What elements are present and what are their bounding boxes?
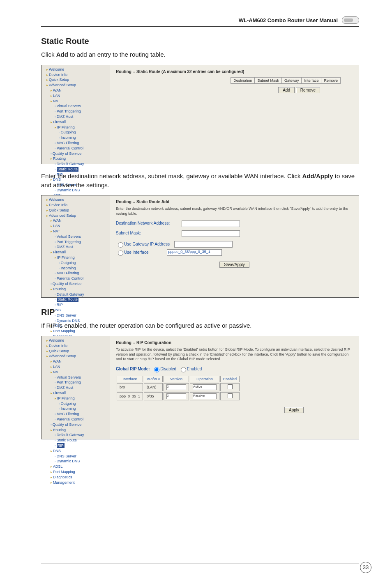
gateway-input[interactable] bbox=[174, 241, 233, 248]
version-select[interactable]: 2 bbox=[166, 393, 186, 399]
dest-input[interactable] bbox=[182, 220, 240, 227]
radio-interface-label: Use Interface bbox=[124, 250, 148, 254]
footer-rule bbox=[41, 563, 359, 563]
para-rip-intro: If RIP is enabled, the router operation … bbox=[41, 321, 359, 330]
pane-desc: To activate RIP for the device, select t… bbox=[116, 347, 353, 362]
heading-static-route: Static Route bbox=[41, 37, 359, 46]
version-select[interactable]: 2 bbox=[166, 384, 186, 390]
label-dest: Destination Network Address: bbox=[116, 221, 182, 225]
radio-interface[interactable] bbox=[118, 250, 123, 256]
col-gateway: Gateway bbox=[281, 77, 302, 83]
col-subnet: Subnet Mask bbox=[255, 77, 282, 83]
operation-select[interactable]: Passive bbox=[193, 393, 217, 399]
router-icon bbox=[342, 16, 359, 24]
pane-title: Routing -- Static Route (A maximum 32 en… bbox=[116, 69, 353, 74]
nav-tree[interactable]: WelcomeDevice InfoQuick SetupAdvanced Se… bbox=[42, 195, 110, 297]
col-destination: Destination bbox=[231, 77, 255, 83]
col-operation: Operation bbox=[190, 376, 219, 382]
text: Enter the destination network address, s… bbox=[41, 172, 302, 179]
cell-vpi: 0/35 bbox=[144, 392, 163, 400]
bold-add: Add bbox=[56, 51, 68, 58]
page-number: 33 bbox=[360, 562, 371, 573]
interface-select[interactable]: pppoe_0_35/ppp_0_35_1 bbox=[167, 249, 222, 256]
enabled-checkbox[interactable] bbox=[228, 393, 233, 398]
content-pane: Routing -- RIP Configuration To activate… bbox=[110, 336, 359, 439]
save-apply-button[interactable]: Save/Apply bbox=[219, 262, 249, 268]
screenshot-static-add: WelcomeDevice InfoQuick SetupAdvanced Se… bbox=[41, 195, 359, 298]
nav-tree[interactable]: WelcomeDevice InfoQuick SetupAdvanced Se… bbox=[42, 336, 110, 439]
add-button[interactable]: Add bbox=[278, 87, 295, 93]
screenshot-rip: WelcomeDevice InfoQuick SetupAdvanced Se… bbox=[41, 336, 359, 439]
bold-addapply: Add/Apply bbox=[302, 172, 333, 179]
col-version: Version bbox=[164, 376, 189, 382]
operation-select[interactable]: Active bbox=[193, 384, 217, 390]
cell-iface: ppp_0_35_1 bbox=[117, 392, 143, 400]
apply-button[interactable]: Apply bbox=[284, 407, 304, 413]
label-mask: Subnet Mask: bbox=[116, 231, 182, 235]
remove-button[interactable]: Remove bbox=[296, 87, 320, 93]
label-disabled: Disabled bbox=[160, 367, 176, 371]
radio-gateway-label: Use Gateway IP Address bbox=[124, 241, 170, 246]
enabled-checkbox[interactable] bbox=[228, 384, 233, 389]
content-pane: Routing -- Static Route Add Enter the de… bbox=[110, 195, 359, 297]
cell-vpi: (LAN) bbox=[144, 383, 163, 391]
screenshot-static-list: WelcomeDevice InfoQuick SetupAdvanced Se… bbox=[41, 65, 359, 164]
table-row: ppp_0_35_1 0/35 2 Passive bbox=[117, 392, 240, 400]
col-remove: Remove bbox=[321, 77, 341, 83]
col-interface: Interface bbox=[117, 376, 143, 382]
mode-label: Global RIP Mode: bbox=[116, 367, 150, 371]
mask-input[interactable] bbox=[182, 230, 240, 237]
nav-tree[interactable]: WelcomeDevice InfoQuick SetupAdvanced Se… bbox=[42, 65, 110, 164]
manual-title: WL-AM602 Combo Router User Manual bbox=[239, 17, 338, 23]
pane-desc: Enter the destination network address, s… bbox=[116, 207, 353, 216]
col-enabled: Enabled bbox=[220, 376, 240, 382]
col-interface: Interface bbox=[302, 77, 321, 83]
col-vpivci: VPI/VCI bbox=[144, 376, 163, 382]
radio-gateway[interactable] bbox=[118, 242, 123, 248]
cell-iface: br0 bbox=[117, 383, 143, 391]
radio-disabled[interactable] bbox=[154, 367, 159, 372]
para-static-middle: Enter the destination network address, s… bbox=[41, 172, 359, 190]
radio-enabled[interactable] bbox=[181, 367, 186, 372]
pane-title: Routing -- RIP Configuration bbox=[116, 340, 353, 345]
text: Click bbox=[41, 51, 56, 58]
route-table: Destination Subnet Mask Gateway Interfac… bbox=[231, 77, 341, 84]
page-header: WL-AM602 Combo Router User Manual bbox=[41, 16, 359, 27]
rip-table: Interface VPI/VCI Version Operation Enab… bbox=[116, 375, 240, 401]
text: to add an entry to the routing table. bbox=[68, 51, 166, 58]
para-static-intro: Click Add to add an entry to the routing… bbox=[41, 50, 359, 59]
table-row: br0 (LAN) 2 Active bbox=[117, 383, 240, 391]
pane-title: Routing -- Static Route Add bbox=[116, 200, 353, 204]
label-enabled: Enabled bbox=[187, 367, 202, 371]
content-pane: Routing -- Static Route (A maximum 32 en… bbox=[110, 65, 359, 164]
